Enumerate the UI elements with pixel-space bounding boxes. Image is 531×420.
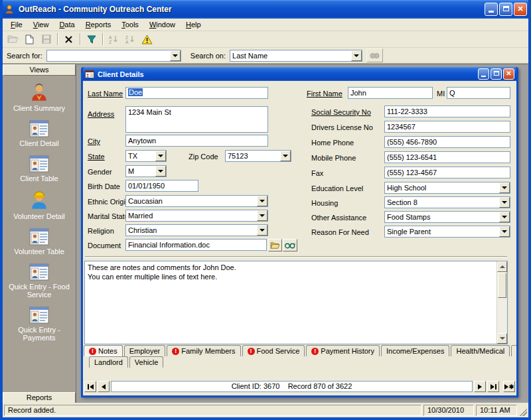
previous-record-button[interactable]	[98, 381, 110, 392]
new-record-button[interactable]: ✱	[503, 381, 515, 392]
tab-employer[interactable]: Employer	[124, 345, 165, 356]
tab-vehicle[interactable]: Vehicle	[129, 356, 163, 368]
housing-combo[interactable]: Section 8	[384, 196, 510, 208]
ethnic-origin-combo[interactable]: Caucasian	[125, 195, 268, 207]
tab-food-service[interactable]: !Food Service	[242, 345, 305, 356]
maximize-button[interactable]	[499, 3, 512, 16]
dropdown-arrow-icon[interactable]	[351, 50, 362, 61]
child-close-button[interactable]: ✕	[503, 68, 514, 80]
search-for-combo[interactable]	[46, 50, 181, 62]
next-record-button[interactable]	[474, 381, 486, 392]
dropdown-arrow-icon[interactable]	[280, 151, 291, 161]
child-minimize-button[interactable]	[478, 68, 489, 80]
search-on-combo[interactable]: Last Name	[230, 50, 362, 62]
dropdown-arrow-icon[interactable]	[499, 182, 510, 193]
warning-icon[interactable]	[139, 32, 155, 46]
tab-landlord[interactable]: Landlord	[89, 356, 128, 368]
menu-file[interactable]: File	[5, 19, 28, 30]
sidebar-item-quick-entry-food-service[interactable]: Quick Entry - Food Service	[5, 263, 74, 299]
search-bar: Search for: Search on: Last Name	[3, 48, 528, 64]
tab-payment-history[interactable]: !Payment History	[306, 345, 380, 356]
notes-scrollbar[interactable]	[496, 261, 507, 344]
filter-icon[interactable]	[84, 32, 99, 46]
resize-grip[interactable]	[519, 408, 527, 416]
minimize-button[interactable]	[485, 3, 498, 16]
record-navigator: Client ID: 3670 Record 870 of 3622 ✱	[84, 380, 515, 393]
dropdown-arrow-icon[interactable]	[499, 197, 510, 208]
toolbar: AZ ZA	[3, 31, 528, 48]
new-document-icon[interactable]	[22, 32, 37, 46]
sidebar-item-client-table[interactable]: Client Table	[5, 155, 74, 182]
scrollbar-thumb[interactable]	[498, 273, 506, 298]
sidebar-item-volunteer-table[interactable]: Volunteer Table	[5, 228, 74, 255]
dropdown-arrow-icon[interactable]	[257, 225, 267, 236]
marital-status-combo[interactable]: Married	[125, 210, 268, 222]
zip-code-combo[interactable]: 75123	[225, 150, 291, 162]
reason-for-need-combo[interactable]: Single Parent	[384, 226, 510, 238]
menu-window[interactable]: Window	[144, 19, 181, 30]
scroll-down-icon[interactable]	[497, 333, 507, 344]
gender-combo[interactable]: M	[125, 165, 167, 177]
dropdown-arrow-icon[interactable]	[257, 210, 267, 221]
save-icon[interactable]	[38, 32, 54, 46]
address-textarea[interactable]: 1234 Main St	[125, 106, 268, 133]
tab-fema[interactable]: FEMA	[511, 345, 516, 356]
sidebar-item-client-detail[interactable]: Client Detail	[5, 120, 74, 147]
dropdown-arrow-icon[interactable]	[155, 166, 166, 176]
scroll-up-icon[interactable]	[497, 261, 507, 272]
menu-view[interactable]: View	[28, 19, 54, 30]
education-level-combo[interactable]: High School	[384, 182, 510, 194]
other-assistance-combo[interactable]: Food Stamps	[384, 211, 510, 223]
sidebar-item-volunteer-detail[interactable]: Volunteer Detail	[5, 190, 74, 220]
dropdown-arrow-icon[interactable]	[499, 212, 510, 222]
tab-health-medical[interactable]: Health/Medical	[451, 345, 510, 356]
sidebar-item-client-summary[interactable]: Client Summary	[5, 82, 74, 112]
dropdown-arrow-icon[interactable]	[155, 151, 166, 161]
drivers-license-input[interactable]	[384, 121, 510, 133]
dropdown-arrow-icon[interactable]	[499, 226, 510, 237]
mi-input[interactable]	[447, 87, 510, 99]
tab-income-expenses[interactable]: Income/Expenses	[381, 345, 449, 356]
close-button[interactable]: ✕	[514, 3, 527, 16]
svg-text:A: A	[109, 35, 112, 40]
delete-icon[interactable]	[61, 32, 76, 46]
document-input[interactable]	[125, 239, 267, 251]
label-gender: Gender	[88, 168, 112, 176]
client-details-body: Last Name Doe First Name MI Address 1234…	[83, 81, 516, 395]
first-record-button[interactable]	[84, 381, 96, 392]
last-record-button[interactable]	[487, 381, 499, 392]
menu-reports[interactable]: Reports	[80, 19, 117, 30]
view-glasses-icon[interactable]	[283, 239, 297, 251]
tab-notes[interactable]: !Notes	[84, 345, 123, 356]
menu-tools[interactable]: Tools	[116, 19, 144, 30]
open-folder-icon[interactable]	[5, 32, 21, 46]
birth-date-input[interactable]	[125, 180, 198, 192]
first-name-input[interactable]	[348, 87, 433, 99]
home-phone-input[interactable]	[384, 136, 510, 148]
mobile-phone-input[interactable]	[384, 151, 510, 163]
city-input[interactable]	[125, 135, 268, 147]
dropdown-arrow-icon[interactable]	[257, 196, 267, 206]
religion-combo[interactable]: Christian	[125, 224, 268, 236]
last-name-input[interactable]: Doe	[125, 87, 268, 99]
app-window: OutReach - Community Outreach Center ✕ F…	[0, 0, 531, 420]
views-items: Client SummaryClient DetailClient TableV…	[3, 76, 76, 392]
menu-data[interactable]: Data	[54, 19, 80, 30]
views-header-button[interactable]: Views	[3, 64, 76, 76]
tab-family-members[interactable]: !Family Members	[167, 345, 240, 356]
menu-help[interactable]: Help	[181, 19, 206, 30]
state-combo[interactable]: TX	[125, 150, 167, 162]
sort-za-icon[interactable]: ZA	[123, 32, 138, 46]
tab-strip: !NotesEmployer!Family Members!Food Servi…	[84, 345, 516, 368]
dropdown-arrow-icon[interactable]	[170, 50, 181, 61]
sidebar-item-quick-entry-payments[interactable]: Quick Entry - Payments	[5, 307, 74, 342]
find-icon[interactable]	[366, 48, 383, 62]
search-for-input[interactable]	[47, 51, 170, 60]
reports-header-button[interactable]: Reports	[3, 392, 76, 403]
notes-textarea[interactable]: These are notes and comments for John Do…	[85, 261, 496, 344]
sort-az-icon[interactable]: AZ	[106, 32, 121, 46]
open-folder-icon[interactable]	[268, 239, 282, 251]
ssn-input[interactable]	[384, 105, 510, 117]
child-maximize-button[interactable]	[491, 68, 502, 80]
fax-input[interactable]	[384, 167, 510, 178]
